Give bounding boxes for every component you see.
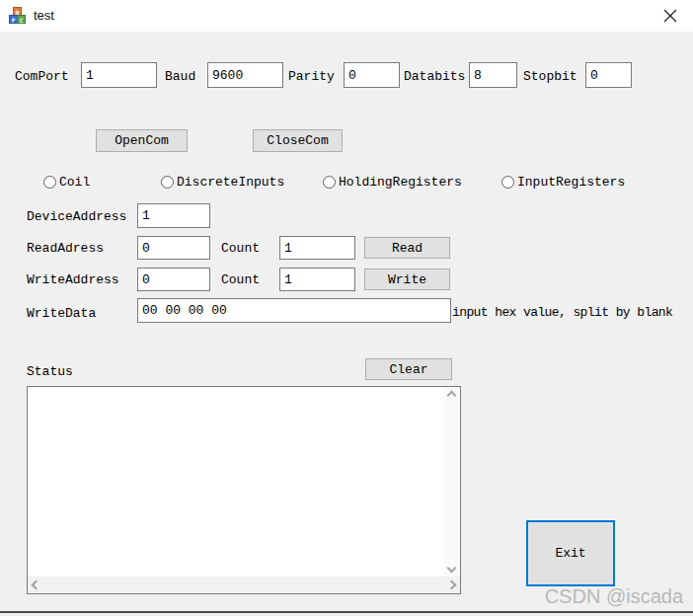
window-bottom-edge <box>0 611 693 613</box>
device-address-label: DeviceAddress <box>27 209 126 225</box>
read-address-input[interactable] <box>137 236 210 260</box>
radio-input-registers-icon <box>501 176 514 189</box>
title-bar: N F C test <box>0 0 693 32</box>
chevron-down-icon <box>447 564 457 574</box>
radio-holding-registers[interactable]: HoldingRegisters <box>323 175 462 190</box>
exit-button[interactable]: Exit <box>526 520 615 586</box>
write-data-hint: input hex value, split by blank <box>452 305 672 321</box>
vertical-scrollbar[interactable] <box>443 387 460 577</box>
read-button[interactable]: Read <box>364 237 450 259</box>
radio-coil[interactable]: Coil <box>43 175 90 190</box>
chevron-right-icon <box>447 580 457 590</box>
parity-input[interactable] <box>344 62 400 88</box>
write-data-label: WriteData <box>27 306 96 322</box>
databits-input[interactable] <box>469 62 517 88</box>
scroll-up-button[interactable] <box>443 387 460 404</box>
radio-holding-registers-icon <box>323 176 336 189</box>
app-icon: N F C <box>9 7 27 25</box>
write-address-input[interactable] <box>137 268 210 291</box>
chevron-left-icon <box>32 580 41 590</box>
write-data-input[interactable] <box>137 298 451 323</box>
horizontal-scrollbar[interactable] <box>28 577 460 593</box>
radio-holding-registers-label: HoldingRegisters <box>339 175 462 190</box>
app-window: N F C test ComPort Baud Parity Databits … <box>0 0 693 616</box>
stopbit-input[interactable] <box>585 62 632 88</box>
read-count-label: Count <box>221 241 260 257</box>
stopbit-label: Stopbit <box>523 69 578 85</box>
device-address-input[interactable] <box>137 203 210 228</box>
comport-input[interactable] <box>81 62 157 88</box>
status-box <box>27 386 461 594</box>
write-address-label: WriteAddress <box>27 272 119 288</box>
radio-coil-icon <box>43 176 56 189</box>
close-button[interactable] <box>648 0 693 32</box>
scroll-left-button[interactable] <box>28 577 44 593</box>
baud-input[interactable] <box>207 62 283 88</box>
radio-discrete-inputs-icon <box>161 176 174 189</box>
status-label: Status <box>27 364 73 380</box>
write-count-label: Count <box>221 272 260 288</box>
close-icon <box>663 9 677 23</box>
status-textarea[interactable] <box>28 387 443 577</box>
parity-label: Parity <box>288 69 335 85</box>
radio-input-registers-label: InputRegisters <box>517 175 625 190</box>
databits-label: Databits <box>404 69 465 85</box>
window-title: test <box>34 8 54 23</box>
watermark: CSDN @iscada <box>474 585 683 608</box>
closecom-button[interactable]: CloseCom <box>253 129 343 152</box>
read-count-input[interactable] <box>279 236 355 260</box>
radio-discrete-inputs[interactable]: DiscreteInputs <box>161 175 284 190</box>
chevron-up-icon <box>447 391 457 401</box>
write-count-input[interactable] <box>279 268 355 291</box>
baud-label: Baud <box>165 69 195 85</box>
scroll-down-button[interactable] <box>443 560 460 577</box>
read-address-label: ReadAdress <box>27 241 104 257</box>
clear-button[interactable]: Clear <box>365 358 452 380</box>
comport-label: ComPort <box>15 69 69 85</box>
opencom-button[interactable]: OpenCom <box>96 129 188 152</box>
radio-discrete-inputs-label: DiscreteInputs <box>177 175 284 190</box>
scroll-right-button[interactable] <box>443 577 460 593</box>
radio-coil-label: Coil <box>59 175 90 190</box>
radio-input-registers[interactable]: InputRegisters <box>501 175 625 190</box>
write-button[interactable]: Write <box>364 269 450 290</box>
